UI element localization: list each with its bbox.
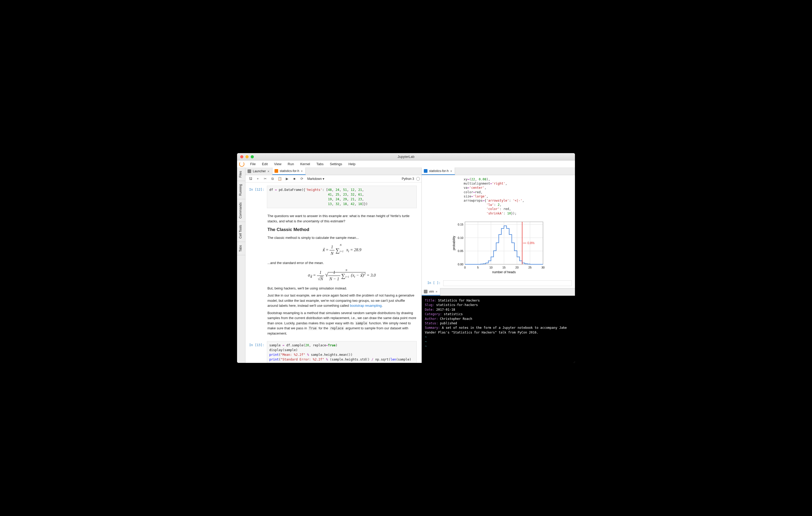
- notebook-content[interactable]: In [12]: df = pd.DataFrame({'heights': […: [245, 183, 422, 363]
- window-title: JupyterLab: [237, 155, 575, 159]
- sidetab-cell-tools[interactable]: Cell Tools: [237, 222, 245, 242]
- svg-text:0.05: 0.05: [458, 250, 463, 253]
- tab-label: vim: [429, 290, 434, 293]
- chevron-down-icon: ▾: [323, 177, 324, 181]
- svg-text:number of heads: number of heads: [492, 270, 516, 274]
- svg-text:0.10: 0.10: [458, 236, 463, 239]
- menu-settings[interactable]: Settings: [327, 161, 345, 167]
- close-icon[interactable]: ×: [267, 169, 269, 173]
- markdown-text: Bootstrap resampling is a method that si…: [267, 310, 416, 336]
- tab-notebook-right[interactable]: statistics-for-h ×: [422, 167, 455, 175]
- markdown-text: But, being hackers, we'll be using simul…: [267, 286, 416, 291]
- right-dock-panel: statistics-for-h × xy=(22, 0.08), multia…: [422, 168, 575, 363]
- notebook-icon: [274, 169, 278, 173]
- markdown-text: ...and the standard error of the mean.: [267, 260, 416, 266]
- copy-icon[interactable]: ⧉: [269, 176, 276, 182]
- launcher-icon: [248, 169, 251, 173]
- menubar: File Edit View Run Kernel Tabs Settings …: [237, 160, 575, 168]
- sidetab-tabs[interactable]: Tabs: [237, 242, 245, 255]
- kernel-status-icon: [416, 177, 420, 181]
- save-icon[interactable]: 🖫: [247, 176, 254, 182]
- tab-label: Launcher: [253, 169, 266, 173]
- tab-launcher[interactable]: Launcher ×: [245, 167, 272, 175]
- jupyter-logo-icon: [239, 162, 244, 167]
- svg-text:0.8%: 0.8%: [527, 241, 534, 245]
- code-cell-body[interactable]: df = pd.DataFrame({'heights': [48, 24, 5…: [267, 186, 417, 208]
- stop-icon[interactable]: ■: [291, 176, 298, 182]
- markdown-text: Just like in our last example, we are on…: [267, 293, 416, 308]
- markdown-heading: The Classic Method: [267, 226, 416, 233]
- restart-icon[interactable]: ⟳: [298, 176, 305, 182]
- terminal-icon: [424, 290, 428, 293]
- close-icon[interactable]: ×: [450, 169, 452, 173]
- empty-code-cell[interactable]: [443, 280, 572, 286]
- menu-help[interactable]: Help: [346, 161, 358, 167]
- svg-text:0.00: 0.00: [458, 263, 463, 266]
- code-output: xy=(22, 0.08), multialignment='right', v…: [422, 175, 575, 217]
- svg-text:30: 30: [541, 266, 544, 269]
- svg-text:15: 15: [502, 266, 505, 269]
- markdown-text: The classic method is simply to calculat…: [267, 235, 416, 240]
- menu-file[interactable]: File: [248, 161, 258, 167]
- tab-terminal[interactable]: vim ×: [422, 288, 440, 296]
- svg-text:probability: probability: [452, 236, 456, 250]
- left-tabbar: Launcher × statistics-for-h ×: [245, 168, 422, 175]
- close-icon[interactable]: ×: [436, 290, 438, 294]
- add-cell-icon[interactable]: +: [254, 176, 261, 182]
- menu-kernel[interactable]: Kernel: [297, 161, 313, 167]
- sidetab-files[interactable]: Files: [237, 168, 245, 181]
- run-icon[interactable]: ▶: [284, 176, 290, 182]
- close-icon[interactable]: ×: [301, 169, 303, 173]
- cell-type-select[interactable]: Markdown▾: [306, 177, 326, 181]
- cell-prompt: In [ ]:: [425, 280, 443, 286]
- sidetab-commands[interactable]: Commands: [237, 199, 245, 222]
- tab-label: statistics-for-h: [280, 169, 299, 173]
- math-formula: x̄ = 1N ∑i=1N xi = 28.9: [267, 244, 416, 257]
- svg-text:0: 0: [464, 266, 465, 269]
- menu-run[interactable]: Run: [285, 161, 296, 167]
- code-cell-body[interactable]: sample = df.sample(20, replace=True) dis…: [267, 341, 417, 363]
- app-window: JupyterLab File Edit View Run Kernel Tab…: [237, 153, 575, 363]
- left-sidebar: Files Running Commands Cell Tools Tabs: [237, 168, 245, 363]
- tab-label: statistics-for-h: [429, 169, 449, 173]
- svg-text:25: 25: [528, 266, 531, 269]
- svg-text:20: 20: [515, 266, 518, 269]
- notebook-icon: [424, 169, 428, 173]
- terminal-output[interactable]: Title: Statistics for Hackers Slug: stat…: [422, 296, 575, 363]
- cell-prompt: In [12]:: [249, 186, 267, 208]
- paste-icon[interactable]: 📋: [276, 176, 283, 182]
- probability-chart: 0.8%0510152025300.000.050.100.15number o…: [451, 219, 546, 274]
- menu-tabs[interactable]: Tabs: [314, 161, 326, 167]
- titlebar: JupyterLab: [237, 153, 575, 160]
- cell-prompt: In [13]:: [249, 341, 267, 363]
- tab-notebook-left[interactable]: statistics-for-h ×: [272, 167, 306, 175]
- svg-text:10: 10: [489, 266, 492, 269]
- svg-text:0.15: 0.15: [458, 223, 463, 226]
- markdown-text: The questions we want to answer in this …: [267, 213, 416, 224]
- math-formula: σx̄ = 1√N √1N − 1 ∑i=1N(xi − x̄)2 = 3.0: [267, 269, 416, 282]
- svg-text:5: 5: [477, 266, 478, 269]
- notebook-toolbar: 🖫 + ✂ ⧉ 📋 ▶ ■ ⟳ Markdown▾ Python 3: [245, 175, 422, 183]
- menu-edit[interactable]: Edit: [259, 161, 270, 167]
- left-dock-panel: Launcher × statistics-for-h × 🖫 + ✂ ⧉ 📋: [245, 168, 422, 363]
- sidetab-running[interactable]: Running: [237, 181, 245, 199]
- menu-view[interactable]: View: [271, 161, 284, 167]
- cut-icon[interactable]: ✂: [262, 176, 268, 182]
- kernel-name[interactable]: Python 3: [400, 177, 416, 181]
